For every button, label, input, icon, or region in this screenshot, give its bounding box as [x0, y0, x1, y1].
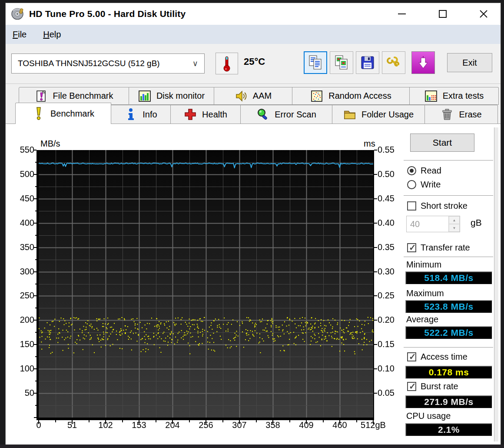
right-axis-tick: 0.50: [378, 169, 405, 179]
exit-button[interactable]: Exit: [447, 53, 492, 72]
left-axis-tick: 300: [6, 267, 34, 277]
read-option[interactable]: Read: [407, 166, 441, 176]
thermometer-icon: [222, 55, 232, 72]
start-button[interactable]: Start: [410, 134, 474, 152]
benchmark-chart: [27, 144, 378, 431]
x-axis-tick: 307: [232, 420, 246, 430]
tab-extra-tests[interactable]: Extra tests: [410, 87, 499, 105]
file-benchmark-icon: [35, 90, 48, 103]
close-button[interactable]: [475, 6, 492, 22]
download-update-button[interactable]: [411, 51, 435, 74]
access-time-value: 0.178 ms: [405, 366, 492, 379]
hd-tune-app-icon: [11, 7, 25, 21]
short-stroke-size-spinner[interactable]: 40 ▲ ▼: [406, 216, 460, 232]
spin-down-icon[interactable]: ▼: [449, 224, 460, 232]
minimum-value: 518.4 MB/s: [405, 271, 492, 284]
tab-label: Erase: [459, 110, 481, 120]
separator: [404, 347, 493, 348]
x-axis-tick: 204: [165, 420, 179, 430]
minimize-button[interactable]: [394, 6, 410, 22]
app-window: HD Tune Pro 5.00 - Hard Disk Utility Fil…: [5, 3, 501, 445]
copy-screenshot-icon: [334, 55, 349, 70]
copy-screenshot-button[interactable]: [330, 51, 353, 74]
tab-label: Folder Usage: [361, 110, 414, 120]
burst-rate-checkbox[interactable]: [407, 382, 416, 391]
x-axis-tick: 460: [332, 420, 347, 430]
tab-info[interactable]: Info: [111, 105, 171, 124]
tab-error-scan[interactable]: Error Scan: [241, 105, 332, 124]
tools-icon: [386, 55, 401, 70]
tab-health[interactable]: Health: [171, 105, 241, 124]
tab-label: Disk monitor: [156, 91, 205, 101]
maximum-label: Maximum: [406, 288, 444, 298]
tab-erase[interactable]: Erase: [425, 105, 498, 124]
short-stroke-size-value: 40: [407, 216, 448, 232]
cpu-usage-label: CPU usage: [406, 411, 451, 421]
write-option[interactable]: Write: [407, 180, 441, 190]
minimum-label: Minimum: [406, 260, 441, 270]
tab-label: AAM: [253, 91, 272, 101]
right-axis-tick: 0.10: [378, 364, 405, 374]
info-icon: [124, 108, 137, 121]
menu-file[interactable]: File: [13, 30, 27, 40]
download-arrow-icon: [415, 55, 431, 70]
x-axis-tick: 358: [265, 420, 280, 430]
right-axis-tick: 0.20: [378, 315, 405, 325]
left-axis-tick: 150: [6, 339, 34, 349]
x-axis-tick: 0: [36, 420, 41, 430]
tab-folder-usage[interactable]: Folder Usage: [332, 105, 425, 124]
right-axis-tick: 0.40: [378, 218, 405, 228]
drive-select-dropdown[interactable]: TOSHIBA THNSNJ512GCSU (512 gB) ∨: [11, 53, 205, 74]
save-floppy-icon: [360, 55, 375, 70]
read-radio[interactable]: [407, 166, 416, 175]
disk-monitor-icon: [138, 90, 151, 103]
burst-rate-label: Burst rate: [421, 381, 458, 391]
access-time-option[interactable]: Access time: [407, 352, 468, 362]
options-button[interactable]: [382, 51, 405, 74]
spin-up-icon[interactable]: ▲: [449, 216, 460, 224]
left-axis-tick: 100: [6, 364, 34, 374]
left-axis-tick: 50: [6, 388, 34, 398]
tab-random-access[interactable]: Random Access: [292, 87, 410, 105]
x-axis-tick: 102: [98, 420, 113, 430]
x-axis-tick: 51: [67, 420, 77, 430]
copy-text-icon: [308, 55, 323, 70]
tab-disk-monitor[interactable]: Disk monitor: [129, 87, 214, 105]
tab-benchmark[interactable]: Benchmark: [15, 103, 111, 124]
transfer-rate-option[interactable]: Transfer rate: [407, 243, 470, 253]
tab-label: Random Access: [328, 91, 391, 101]
menu-bar: File Help: [6, 25, 501, 44]
short-stroke-option[interactable]: Short stroke: [407, 201, 468, 211]
access-time-checkbox[interactable]: [407, 352, 416, 361]
right-axis-tick: 0.05: [378, 388, 405, 398]
benchmark-icon: [32, 107, 45, 120]
burst-rate-option[interactable]: Burst rate: [407, 381, 458, 391]
write-radio[interactable]: [407, 180, 416, 189]
menu-help[interactable]: Help: [43, 30, 61, 40]
x-axis-tick: 153: [132, 420, 146, 430]
separator: [404, 160, 493, 160]
temperature-button[interactable]: [216, 53, 238, 74]
health-icon: [184, 108, 197, 121]
tab-file-benchmark[interactable]: File Benchmark: [19, 87, 129, 105]
left-axis-tick: 500: [6, 169, 34, 179]
left-axis-tick: 450: [6, 194, 34, 204]
cpu-usage-value: 2.1%: [405, 423, 492, 436]
random-access-icon: [310, 90, 323, 103]
trash-icon: [441, 108, 454, 121]
right-axis-tick: 0.25: [378, 291, 405, 301]
tab-aam[interactable]: AAM: [214, 87, 292, 105]
save-button[interactable]: [356, 51, 379, 74]
right-axis-tick: 0.55: [378, 145, 405, 155]
short-stroke-checkbox[interactable]: [407, 201, 416, 211]
copy-text-button[interactable]: [304, 51, 327, 74]
average-label: Average: [406, 314, 438, 324]
maximize-button[interactable]: [434, 6, 451, 22]
left-axis-tick: 200: [6, 315, 34, 325]
separator: [404, 195, 493, 196]
speaker-icon: [235, 90, 248, 103]
transfer-rate-checkbox[interactable]: [407, 243, 416, 252]
error-scan-icon: [256, 108, 269, 121]
maximum-value: 523.8 MB/s: [405, 300, 492, 313]
read-label: Read: [421, 166, 441, 176]
